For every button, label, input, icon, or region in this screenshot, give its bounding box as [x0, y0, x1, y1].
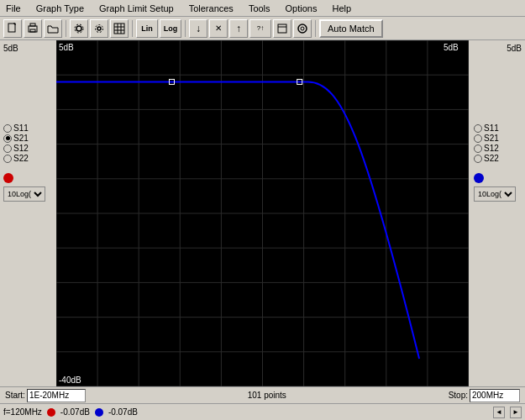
stop-input[interactable]	[470, 389, 520, 402]
info-bar: f=120MHz -0.07dB -0.07dB ◄ ►	[0, 403, 525, 420]
right-s21-radio[interactable]	[474, 134, 482, 143]
status-bar: Start: 101 points Stop:	[0, 386, 525, 403]
svg-point-6	[97, 27, 101, 30]
left-db-label-top: 5dB	[3, 44, 18, 53]
log-button[interactable]: Log	[160, 19, 181, 38]
svg-point-4	[76, 26, 81, 31]
right-dropdown[interactable]: 10Log(P:	[474, 186, 516, 202]
down-icon: ↓	[196, 23, 201, 34]
start-label: Start:	[5, 391, 25, 400]
separator-3	[185, 20, 186, 37]
right-radio-group: S11 S21 S12 S22	[474, 123, 499, 163]
right-s11-label: S11	[484, 123, 499, 133]
points-label: 101 points	[92, 391, 442, 400]
left-s22-radio[interactable]	[3, 155, 12, 163]
right-panel: 5dB S11 S21 S12 S22 10Log(P:	[470, 40, 525, 386]
table-button[interactable]	[110, 19, 129, 38]
toolbar: Lin Log ↓ ✕ ↑ ?↑ Auto Match	[0, 17, 525, 40]
right-db-label-top: 5dB	[507, 44, 522, 53]
svg-rect-13	[278, 24, 286, 33]
menu-options[interactable]: Options	[283, 3, 320, 14]
start-input[interactable]	[27, 389, 86, 402]
cross-icon: ✕	[215, 24, 222, 33]
svg-rect-8	[114, 24, 124, 34]
svg-point-16	[301, 27, 304, 30]
left-s11-label: S11	[13, 123, 29, 133]
print-button[interactable]	[24, 19, 42, 38]
menu-tolerances[interactable]: Tolerances	[186, 3, 236, 14]
new-button[interactable]	[3, 19, 22, 38]
info-dot-blue	[95, 408, 103, 417]
cross-button[interactable]: ✕	[209, 19, 228, 38]
down-button[interactable]: ↓	[189, 19, 207, 38]
up-button[interactable]: ↑	[229, 19, 248, 38]
right-s21-radio-item[interactable]: S21	[474, 134, 499, 143]
left-s21-label: S21	[13, 134, 29, 143]
scroll-right-button[interactable]: ►	[510, 407, 522, 418]
graph-area	[56, 40, 469, 386]
menu-help[interactable]: Help	[329, 3, 354, 14]
marker-button[interactable]: ?↑	[249, 19, 271, 38]
marker-icon: ?↑	[257, 24, 264, 32]
scroll-left-button[interactable]: ◄	[493, 407, 505, 418]
left-dropdown[interactable]: 10Log(P:	[3, 186, 45, 202]
right-s11-radio-item[interactable]: S11	[474, 123, 499, 133]
graph-canvas	[56, 40, 469, 386]
right-s22-label: S22	[484, 154, 499, 163]
right-s12-radio-item[interactable]: S12	[474, 144, 499, 153]
right-color-dot	[474, 173, 484, 183]
left-panel: 5dB S11 S21 S12 S22 10Log(P:	[0, 40, 55, 386]
menu-graph-limit[interactable]: Graph Limit Setup	[97, 3, 176, 14]
circle-button[interactable]	[293, 19, 312, 38]
svg-point-7	[96, 24, 103, 32]
auto-match-button[interactable]: Auto Match	[319, 19, 383, 38]
left-s22-radio-item[interactable]: S22	[3, 154, 29, 163]
config-button[interactable]	[273, 19, 291, 38]
start-field: Start:	[5, 389, 86, 402]
right-s22-radio-item[interactable]: S22	[474, 154, 499, 163]
menu-tools[interactable]: Tools	[246, 3, 273, 14]
info-dot-red	[47, 408, 55, 417]
svg-rect-2	[30, 29, 35, 32]
up-icon: ↑	[236, 23, 241, 34]
stop-label: Stop:	[449, 391, 468, 400]
menu-bar: File Graph Type Graph Limit Setup Tolera…	[0, 0, 525, 17]
left-radio-group: S11 S21 S12 S22	[3, 123, 29, 163]
left-s12-radio[interactable]	[3, 144, 12, 153]
settings1-button[interactable]	[70, 19, 88, 38]
left-s21-radio-item[interactable]: S21	[3, 134, 29, 143]
svg-rect-3	[30, 24, 35, 26]
svg-point-15	[298, 24, 307, 33]
left-s22-label: S22	[13, 154, 29, 163]
settings2-button[interactable]	[90, 19, 108, 38]
info-val1: -0.07dB	[60, 407, 90, 417]
lin-button[interactable]: Lin	[136, 19, 158, 38]
left-color-dot	[3, 173, 13, 183]
left-s11-radio[interactable]	[3, 124, 12, 133]
stop-field: Stop:	[449, 389, 520, 402]
right-s12-label: S12	[484, 144, 499, 153]
freq-label: f=120MHz	[3, 407, 42, 417]
left-s12-label: S12	[13, 144, 29, 153]
right-s21-label: S21	[484, 134, 499, 143]
menu-file[interactable]: File	[3, 3, 24, 14]
right-s22-radio[interactable]	[474, 155, 482, 163]
left-s12-radio-item[interactable]: S12	[3, 144, 29, 153]
left-s11-radio-item[interactable]: S11	[3, 123, 29, 133]
right-s12-radio[interactable]	[474, 144, 482, 153]
info-val2: -0.07dB	[108, 407, 138, 417]
right-s11-radio[interactable]	[474, 124, 482, 133]
lin-label: Lin	[141, 24, 153, 33]
separator-2	[132, 20, 133, 37]
log-label: Log	[164, 24, 178, 33]
separator-4	[315, 20, 316, 37]
separator-1	[66, 20, 66, 37]
svg-rect-0	[8, 24, 15, 32]
menu-graph-type[interactable]: Graph Type	[34, 3, 87, 14]
left-s21-radio[interactable]	[3, 134, 12, 143]
main-content: 5dB S11 S21 S12 S22 10Log(P:	[0, 40, 525, 386]
open-button[interactable]	[44, 19, 62, 38]
